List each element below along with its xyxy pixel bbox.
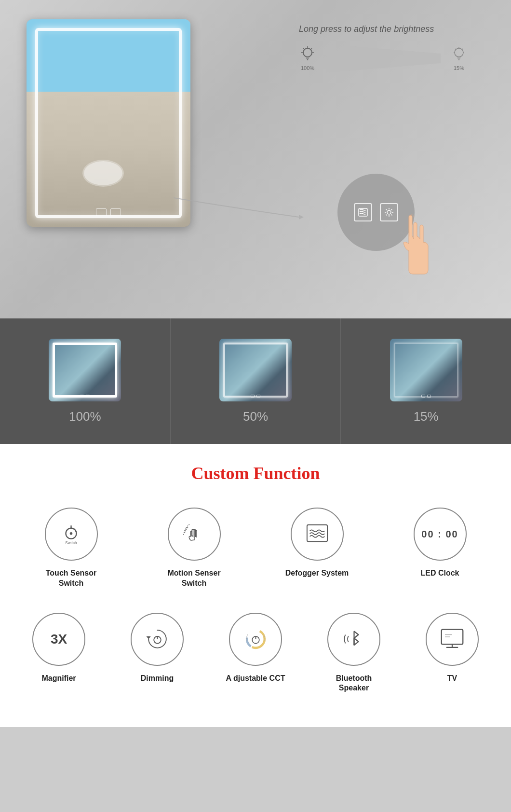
function-cct: A djustable CCT	[212, 613, 299, 684]
svg-line-11	[462, 49, 463, 50]
touch-sensor-icon: Switch	[58, 521, 84, 548]
dimming-icon	[144, 626, 171, 652]
wedge-svg	[326, 44, 441, 73]
motion-sensor-circle	[168, 508, 221, 561]
custom-function-title: Custom Function	[10, 463, 501, 483]
finger-hand	[390, 212, 448, 289]
wavy-icon	[358, 207, 368, 218]
brightness-annotation: Long press to adjust the brightness 100%	[299, 24, 468, 73]
svg-line-20	[386, 209, 387, 210]
svg-marker-6	[326, 44, 441, 73]
defogger-label: Defogger System	[285, 568, 349, 578]
motion-sensor-label: Motion SenserSwitch	[167, 568, 220, 589]
sample-50: 50%	[171, 318, 341, 444]
motion-sensor-icon	[180, 520, 209, 549]
svg-line-4	[311, 48, 312, 49]
bulb-high: 100%	[299, 46, 316, 71]
brightness-label: Long press to adjust the brightness	[299, 24, 468, 34]
svg-text:Switch: Switch	[65, 540, 77, 545]
sample-mirror-50	[219, 339, 292, 401]
svg-line-22	[391, 209, 392, 210]
sample-dot	[421, 395, 425, 398]
sample-led-50	[223, 343, 288, 398]
svg-line-23	[386, 215, 387, 216]
svg-point-7	[455, 48, 463, 57]
cct-icon	[242, 626, 269, 652]
mirror-touch-buttons	[96, 208, 121, 216]
hand-svg	[390, 212, 439, 280]
functions-row-2: 3X Magnifier Dimming	[10, 613, 501, 694]
cct-label: A djustable CCT	[226, 674, 285, 684]
svg-rect-37	[442, 629, 463, 644]
led-clock-circle: 00 : 00	[414, 508, 467, 561]
svg-marker-13	[299, 215, 304, 220]
mirror-btn-2	[110, 208, 121, 216]
mirror-display	[27, 19, 190, 227]
brightness-wedge	[326, 44, 441, 73]
sample-led-15	[394, 343, 458, 398]
bluetooth-icon	[343, 626, 365, 652]
sample-dot	[251, 395, 255, 398]
sample-mirror-100	[49, 339, 121, 401]
svg-marker-29	[146, 636, 150, 639]
defogger-icon	[303, 523, 331, 546]
function-dimming: Dimming	[114, 613, 201, 684]
svg-line-12	[455, 49, 456, 50]
sample-label-15: 15%	[414, 409, 439, 424]
defogger-zoom-btn	[354, 203, 372, 221]
dimming-circle	[131, 613, 184, 666]
sample-mirror-15	[390, 339, 462, 401]
function-defogger: Defogger System	[274, 508, 361, 578]
sample-dot	[256, 395, 260, 398]
tv-icon	[437, 627, 467, 651]
tv-circle	[426, 613, 479, 666]
function-bluetooth: BluetoothSpeaker	[310, 613, 397, 694]
dimming-label: Dimming	[141, 674, 174, 684]
sample-15: 15%	[341, 318, 511, 444]
pct-low-label: 15%	[454, 65, 464, 71]
sample-dot	[80, 395, 84, 398]
sample-label-100: 100%	[69, 409, 101, 424]
magnifier-icon: 3X	[51, 632, 67, 647]
sample-led-100	[53, 343, 117, 398]
sample-dots-100	[80, 395, 90, 398]
pct-high-label: 100%	[301, 65, 314, 71]
function-touch-sensor: Switch Touch SensorSwitch	[28, 508, 115, 589]
brightness-samples-section: 100% 50% 15%	[0, 318, 511, 444]
led-clock-icon: 00 : 00	[421, 529, 458, 540]
svg-point-0	[303, 48, 312, 57]
custom-function-section: Custom Function Switch Touch SensorSwitc…	[0, 444, 511, 727]
functions-row-1: Switch Touch SensorSwitch Motion Sen	[10, 508, 501, 589]
magnifier-label: Magnifier	[41, 674, 76, 684]
defogger-circle	[291, 508, 344, 561]
magnifier-circle: 3X	[32, 613, 85, 666]
tv-label: TV	[447, 674, 457, 684]
zoom-area	[337, 174, 434, 270]
touch-sensor-label: Touch SensorSwitch	[46, 568, 97, 589]
mirror-btn-1	[96, 208, 107, 216]
sample-100: 100%	[0, 318, 171, 444]
function-tv: TV	[409, 613, 496, 684]
touch-sensor-circle: Switch	[45, 508, 98, 561]
sample-dot	[86, 395, 90, 398]
sample-dot	[427, 395, 431, 398]
bluetooth-label: BluetoothSpeaker	[336, 674, 372, 694]
mirror-frame	[27, 19, 190, 227]
function-led-clock: 00 : 00 LED Clock	[397, 508, 484, 578]
bulb-high-icon	[299, 46, 316, 63]
function-magnifier: 3X Magnifier	[15, 613, 102, 684]
led-border	[35, 28, 182, 218]
sample-dots-15	[421, 395, 431, 398]
sample-dots-50	[251, 395, 260, 398]
bulb-low: 15%	[450, 46, 468, 71]
svg-line-5	[303, 48, 304, 49]
led-clock-label: LED Clock	[420, 568, 459, 578]
brightness-diagram: 100% 15%	[299, 44, 468, 73]
cct-circle	[229, 613, 282, 666]
hero-section: Long press to adjust the brightness 100%	[0, 0, 511, 318]
function-motion-sensor: Motion SenserSwitch	[151, 508, 238, 589]
sample-label-50: 50%	[243, 409, 268, 424]
bluetooth-circle	[327, 613, 380, 666]
bulb-low-icon	[450, 46, 468, 63]
svg-point-26	[70, 532, 73, 535]
